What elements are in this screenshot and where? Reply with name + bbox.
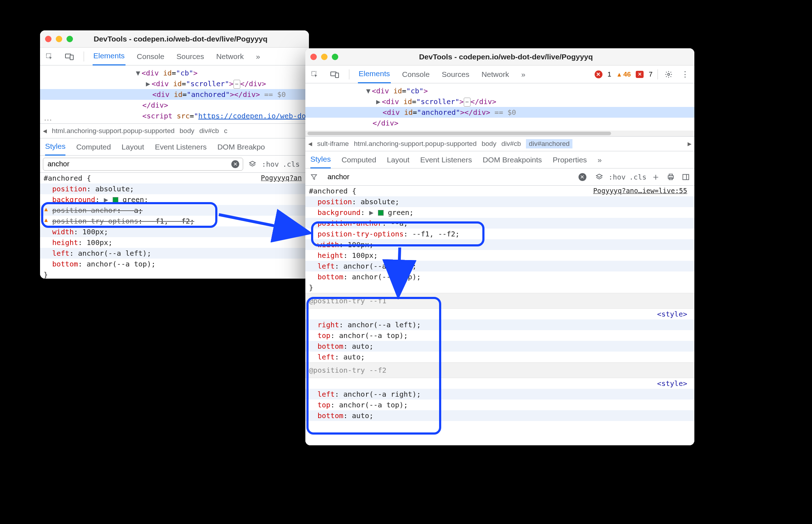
panetab-styles[interactable]: Styles (45, 138, 65, 156)
print-icon[interactable] (665, 171, 676, 183)
panetab-layout[interactable]: Layout (122, 138, 144, 156)
crumb-divcb[interactable]: div#cb (199, 127, 219, 135)
filter-searchbox[interactable]: ✕ (323, 171, 590, 183)
panetab-dombp[interactable]: DOM Breakpoints (483, 151, 542, 168)
close-icon[interactable] (45, 36, 51, 42)
inspect-icon[interactable] (44, 51, 55, 62)
separator (84, 52, 84, 62)
zoom-icon[interactable] (67, 36, 73, 42)
styles-pane-tabs: Styles Computed Layout Event Listeners D… (40, 138, 309, 156)
separator (349, 69, 349, 79)
scrollbar[interactable] (305, 131, 694, 136)
style-link[interactable]: <style> (657, 378, 691, 389)
source-link[interactable]: Pogyyyq?an (261, 173, 305, 183)
main-toolbar: Elements Console Sources Network » (40, 48, 309, 65)
cls-button[interactable]: .cls (282, 160, 300, 168)
traffic-lights (310, 54, 338, 60)
warning-count[interactable]: 46 (616, 70, 631, 78)
script-src-url[interactable]: https://codepen.io/web-dot-d (198, 112, 309, 120)
tab-console[interactable]: Console (136, 48, 165, 65)
source-link[interactable]: Pogyyyq?ano…iew=live:55 (593, 186, 691, 196)
clear-icon[interactable]: ✕ (579, 173, 586, 181)
panetab-events[interactable]: Event Listeners (420, 151, 472, 168)
error-count[interactable]: 1 (607, 70, 611, 78)
crumb-body[interactable]: body (482, 140, 496, 148)
device-icon[interactable] (64, 51, 75, 62)
panel-icon[interactable] (680, 171, 692, 183)
devtools-window-left: DevTools - codepen.io/web-dot-dev/live/P… (40, 30, 309, 279)
crumb-body[interactable]: body (179, 127, 194, 135)
device-icon[interactable] (329, 69, 340, 80)
tab-elements[interactable]: Elements (358, 65, 391, 83)
overflow-dots-icon: … (44, 113, 53, 123)
tab-network[interactable]: Network (481, 65, 510, 83)
clear-icon[interactable]: ✕ (231, 160, 239, 168)
filter-input[interactable] (47, 160, 231, 168)
tab-sources[interactable]: Sources (176, 48, 205, 65)
svg-rect-9 (669, 177, 672, 180)
tab-more[interactable]: » (521, 65, 526, 83)
dom-tree[interactable]: ▼<div id="cb"> ▶<div id="scroller">⋯</di… (40, 65, 309, 123)
panetab-layout[interactable]: Layout (387, 151, 409, 168)
plus-icon[interactable]: ＋ (650, 171, 661, 183)
zoom-icon[interactable] (332, 54, 338, 60)
funnel-icon[interactable] (308, 171, 320, 183)
tab-sources[interactable]: Sources (441, 65, 470, 83)
filter-searchbox[interactable]: ✕ (43, 158, 243, 171)
crumb-partial[interactable]: c (224, 127, 227, 135)
error-icon[interactable]: ✕ (595, 70, 602, 78)
crumb-html[interactable]: html.anchoring-support.popup-supported (52, 127, 174, 135)
violation-icon[interactable]: ✕ (636, 71, 644, 78)
layers-icon[interactable] (247, 158, 258, 170)
gear-icon[interactable] (663, 69, 674, 80)
crumb-left-icon[interactable]: ◂ (308, 139, 312, 148)
panetab-more[interactable]: » (597, 151, 602, 168)
crumb-divcb[interactable]: div#cb (501, 140, 521, 148)
panetab-events[interactable]: Event Listeners (155, 138, 207, 156)
styles-pane[interactable]: Pogyyyq?an#anchored { position: absolute… (40, 173, 309, 279)
crumb-right-icon[interactable]: ▸ (688, 139, 692, 148)
minimize-icon[interactable] (56, 36, 62, 42)
tab-console[interactable]: Console (402, 65, 430, 83)
panetab-computed[interactable]: Computed (76, 138, 111, 156)
styles-pane-tabs: Styles Computed Layout Event Listeners D… (305, 151, 694, 168)
color-swatch-icon[interactable] (378, 210, 384, 216)
kebab-icon[interactable]: ⋮ (679, 69, 691, 80)
violation-count[interactable]: 7 (649, 70, 653, 78)
minimize-icon[interactable] (321, 54, 328, 60)
inspect-icon[interactable] (309, 69, 320, 80)
crumb-html[interactable]: html.anchoring-support.popup-supported (354, 140, 477, 148)
tab-more[interactable]: » (255, 48, 261, 65)
filter-input[interactable] (327, 172, 579, 181)
selector: #anchored { (44, 174, 91, 182)
styles-pane[interactable]: Pogyyyq?ano…iew=live:55#anchored { posit… (305, 186, 694, 445)
titlebar: DevTools - codepen.io/web-dot-dev/live/P… (305, 48, 694, 65)
panetab-props[interactable]: Properties (553, 151, 587, 168)
hov-button[interactable]: :hov (262, 160, 279, 168)
hov-button[interactable]: :hov (609, 173, 626, 181)
cls-button[interactable]: .cls (629, 173, 646, 181)
panetab-computed[interactable]: Computed (341, 151, 376, 168)
tab-elements[interactable]: Elements (93, 48, 126, 65)
devtools-window-right: DevTools - codepen.io/web-dot-dev/live/P… (305, 48, 694, 445)
position-try-f2-header: @position-try --f2 (305, 362, 694, 378)
separator (658, 69, 658, 79)
panetab-styles[interactable]: Styles (310, 151, 331, 168)
status-group: ✕1 46 ✕7 ⋮ (595, 69, 691, 80)
panetab-dombp[interactable]: DOM Breakpo (217, 138, 265, 156)
svg-point-6 (668, 73, 670, 75)
style-link[interactable]: <style> (657, 309, 691, 319)
tab-network[interactable]: Network (216, 48, 245, 65)
crumb-iframe[interactable]: sult-iframe (317, 140, 349, 148)
color-swatch-icon[interactable] (113, 197, 118, 203)
breadcrumb[interactable]: ◂ html.anchoring-support.popup-supported… (40, 123, 309, 138)
selected-eq0: == $0 (490, 108, 516, 117)
breadcrumb[interactable]: ◂ sult-iframe html.anchoring-support.pop… (305, 136, 694, 151)
layers-icon[interactable] (594, 171, 605, 183)
dom-tree[interactable]: ▼<div id="cb"> ▶<div id="scroller">⋯</di… (305, 83, 694, 131)
window-title: DevTools - codepen.io/web-dot-dev/live/P… (79, 35, 282, 43)
crumb-anchored[interactable]: div#anchored (526, 139, 572, 148)
close-icon[interactable] (310, 54, 317, 60)
close-brace: } (40, 269, 309, 279)
crumb-left-icon[interactable]: ◂ (43, 126, 47, 136)
